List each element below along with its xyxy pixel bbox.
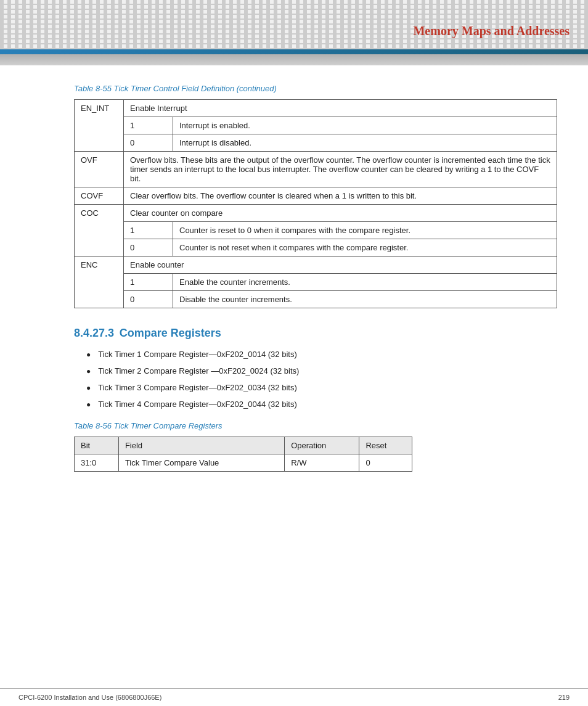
table1: EN_INTEnable Interrupt1Interrupt is enab… (74, 99, 557, 308)
header-pattern: Memory Maps and Addresses (0, 0, 588, 49)
footer: CPCI-6200 Installation and Use (6806800J… (0, 688, 588, 706)
bullet-list: Tick Timer 1 Compare Register—0xF202_001… (86, 350, 557, 409)
section-heading: 8.4.27.3 Compare Registers (74, 327, 557, 340)
gray-bar (0, 54, 588, 65)
main-content: Table 8-55 Tick Timer Control Field Defi… (0, 65, 588, 496)
blue-bar (0, 49, 588, 54)
table2: BitFieldOperationReset 31:0Tick Timer Co… (74, 437, 412, 472)
footer-left: CPCI-6200 Installation and Use (6806800J… (18, 694, 161, 701)
table1-caption: Table 8-55 Tick Timer Control Field Defi… (74, 84, 557, 93)
section-title: Compare Registers (116, 327, 221, 339)
section-num: 8.4.27.3 (74, 327, 114, 339)
list-item: Tick Timer 2 Compare Register —0xF202_00… (86, 366, 557, 376)
list-item: Tick Timer 3 Compare Register—0xF202_003… (86, 383, 557, 392)
list-item: Tick Timer 4 Compare Register—0xF202_004… (86, 400, 557, 409)
list-item: Tick Timer 1 Compare Register—0xF202_001… (86, 350, 557, 359)
header-title-bar: Memory Maps and Addresses (413, 24, 588, 38)
footer-right: 219 (558, 694, 570, 701)
page-title: Memory Maps and Addresses (413, 24, 570, 38)
table2-caption: Table 8-56 Tick Timer Compare Registers (74, 421, 557, 430)
